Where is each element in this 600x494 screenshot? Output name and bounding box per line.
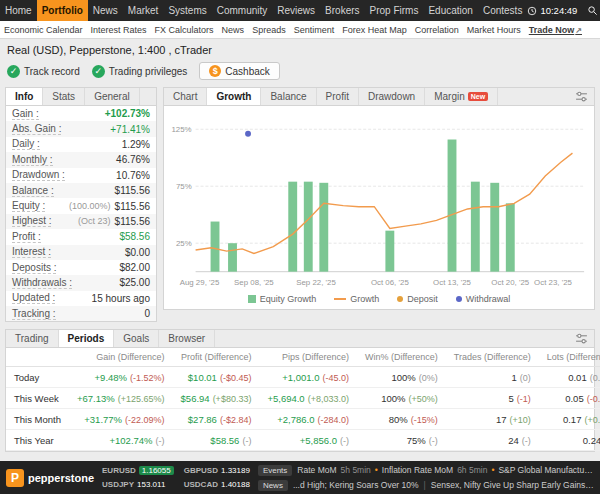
top-nav-item-portfolio[interactable]: Portfolio	[37, 0, 88, 21]
periods-tab-goals[interactable]: Goals	[114, 330, 159, 347]
quote-symbol: EURUSD	[102, 466, 136, 475]
cell-value: $10.01	[188, 372, 217, 383]
quote-usdcad[interactable]: USDCAD1.40188	[184, 480, 250, 489]
square-swatch	[248, 295, 256, 303]
info-row-value: 1.29%	[122, 139, 150, 150]
event-item[interactable]: S&P Global Manufacturing PMI	[498, 465, 594, 475]
top-nav-item-news[interactable]: News	[88, 0, 123, 21]
chart-tab-profit[interactable]: Profit	[317, 88, 359, 105]
chart-tab-balance[interactable]: Balance	[261, 88, 316, 105]
sub-nav-item-spreads[interactable]: Spreads	[248, 25, 290, 35]
column-header: Lots (Difference)	[539, 348, 600, 367]
info-tab-info[interactable]: Info	[6, 88, 43, 105]
top-nav-item-prop-firms[interactable]: Prop Firms	[365, 0, 424, 21]
quote-value: 153.011	[137, 480, 165, 489]
top-nav-item-contests[interactable]: Contests	[478, 0, 527, 21]
cell-difference: (-)	[429, 436, 438, 446]
periods-tab-periods[interactable]: Periods	[59, 330, 115, 347]
info-row-label: Drawdown :	[12, 169, 65, 181]
broker-logo[interactable]: P pepperstone	[6, 469, 94, 487]
quote-gbpusd[interactable]: GBPUSD1.33189	[184, 466, 250, 475]
x-axis-label: Sep 08, '25	[234, 278, 274, 287]
info-row: Equity :(100.00%)$115.56	[6, 198, 156, 213]
event-item[interactable]: Rate MoM	[297, 465, 336, 475]
top-nav-item-systems[interactable]: Systems	[163, 0, 211, 21]
legend-item-deposit[interactable]: Deposit	[397, 294, 438, 304]
event-time: 6h 5min	[457, 465, 487, 475]
top-nav-item-community[interactable]: Community	[212, 0, 273, 21]
cell-value: 100%	[381, 393, 405, 404]
chart-tab-margin[interactable]: MarginNew	[425, 88, 498, 105]
cell-difference: (-15%)	[411, 415, 438, 425]
equity-growth-bar	[288, 182, 297, 272]
quote-symbol: GBPUSD	[184, 466, 218, 475]
info-tab-general[interactable]: General	[85, 88, 140, 105]
events-pill[interactable]: Events	[258, 465, 292, 476]
withdrawal-marker	[245, 131, 251, 137]
cell-difference: (-45.0)	[322, 373, 349, 383]
x-axis-label: Oct 13, '25	[433, 278, 471, 287]
news-ticker[interactable]: ...d High; Kering Soars Over 10%|Sensex,…	[293, 480, 594, 490]
info-row-value: $115.56	[115, 201, 150, 212]
equity-growth-bar	[506, 203, 515, 271]
sub-nav-item-trade-now[interactable]: Trade Now↗	[525, 25, 586, 35]
legend-label: Growth	[350, 294, 379, 304]
sliders-icon	[575, 91, 588, 102]
sub-nav-item-correlation[interactable]: Correlation	[411, 25, 463, 35]
tab-label: Goals	[123, 333, 149, 344]
periods-tab-trading[interactable]: Trading	[6, 330, 59, 347]
info-tab-stats[interactable]: Stats	[43, 88, 85, 105]
news-pill[interactable]: News	[258, 480, 288, 491]
tab-label: Growth	[216, 91, 251, 102]
growth-chart[interactable]: 25%75%125%Aug 29, '25Sep 08, '25Sep 22, …	[166, 108, 592, 293]
event-item[interactable]: Inflation Rate MoM	[382, 465, 453, 475]
news-item[interactable]: Sensex, Nifty Give Up Sharp Early Gains	[431, 480, 594, 490]
sub-nav-item-fx-calculators[interactable]: FX Calculators	[151, 25, 218, 35]
cashback-button[interactable]: $ Cashback	[199, 62, 279, 80]
account-title: Real (USD), Pepperstone, 1:400 , cTrader	[7, 44, 593, 56]
period-cell: 17(+10)	[446, 409, 539, 430]
chart-tab-chart[interactable]: Chart	[164, 88, 207, 105]
account-header: Real (USD), Pepperstone, 1:400 , cTrader…	[0, 39, 600, 80]
bullet-icon: •	[375, 465, 378, 475]
period-label: Today	[6, 367, 69, 388]
period-cell: +9.48%(-1.52%)	[69, 367, 173, 388]
period-cell: +1,001.0(-45.0)	[259, 367, 357, 388]
chart-tab-drawdown[interactable]: Drawdown	[359, 88, 425, 105]
legend-item-withdrawal[interactable]: Withdrawal	[456, 294, 511, 304]
cell-difference: (+$80.33)	[213, 394, 252, 404]
top-nav-item-market[interactable]: Market	[123, 0, 164, 21]
info-row-value: 46.76%	[116, 154, 150, 165]
legend-label: Deposit	[407, 294, 438, 304]
badge-label: Track record	[24, 66, 80, 77]
top-nav-item-education[interactable]: Education	[423, 0, 477, 21]
top-nav-item-brokers[interactable]: Brokers	[320, 0, 364, 21]
period-cell: $56.94(+$80.33)	[173, 388, 260, 409]
top-nav-item-home[interactable]: Home	[0, 0, 37, 21]
info-row-label: Tracking :	[12, 308, 56, 320]
legend-item-growth[interactable]: Growth	[334, 294, 379, 304]
info-tabstrip: InfoStatsGeneral	[6, 88, 156, 106]
table-settings-icon[interactable]	[569, 330, 594, 347]
events-ticker[interactable]: Rate MoM5h 5min•Inflation Rate MoM6h 5mi…	[297, 465, 594, 475]
sub-nav-item-sentiment[interactable]: Sentiment	[290, 25, 339, 35]
quote-eurusd[interactable]: EURUSD1.16055	[102, 466, 174, 475]
sub-nav-item-market-hours[interactable]: Market Hours	[463, 25, 525, 35]
quote-usdjpy[interactable]: USDJPY153.011	[102, 480, 174, 489]
sliders-icon	[575, 333, 588, 344]
sub-nav-item-interest-rates[interactable]: Interest Rates	[87, 25, 151, 35]
chart-tab-growth[interactable]: Growth	[207, 88, 261, 105]
cell-difference: (-284.0)	[317, 415, 349, 425]
chart-settings-icon[interactable]	[569, 88, 594, 105]
legend-item-equity-growth[interactable]: Equity Growth	[248, 294, 317, 304]
sub-nav-item-economic-calendar[interactable]: Economic Calendar	[0, 25, 87, 35]
sub-nav-item-news[interactable]: News	[218, 25, 249, 35]
news-item[interactable]: ...d High; Kering Soars Over 10%	[293, 480, 419, 490]
periods-tab-browser[interactable]: Browser	[159, 330, 215, 347]
cell-value: +67.13%	[77, 393, 115, 404]
search-button[interactable]	[583, 5, 600, 16]
info-row-value: 15 hours ago	[92, 293, 150, 304]
legend-label: Equity Growth	[260, 294, 317, 304]
sub-nav-item-forex-heat-map[interactable]: Forex Heat Map	[338, 25, 411, 35]
top-nav-item-reviews[interactable]: Reviews	[272, 0, 320, 21]
